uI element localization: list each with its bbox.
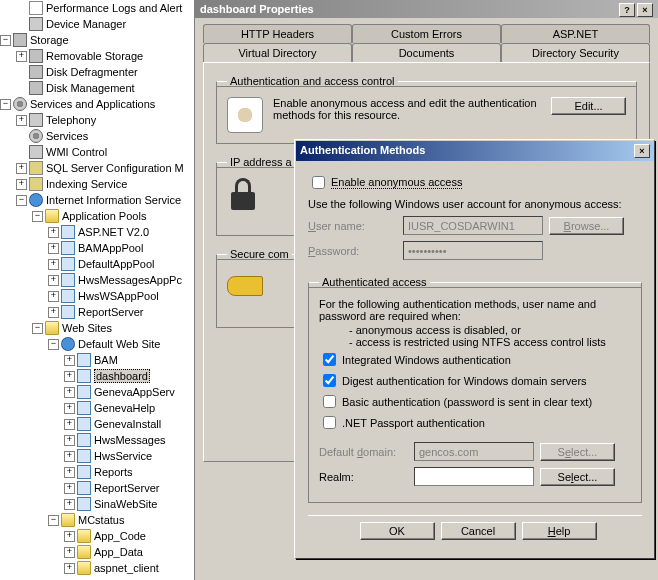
tree-item[interactable]: −Internet Information Service xyxy=(0,192,194,208)
tree-toggle-icon[interactable]: + xyxy=(48,291,59,302)
tree-toggle-icon[interactable]: + xyxy=(16,115,27,126)
tab-asp-net[interactable]: ASP.NET xyxy=(501,24,650,43)
integrated-windows-checkbox[interactable] xyxy=(323,353,336,366)
authenticated-access-legend: Authenticated access xyxy=(319,276,430,288)
tree-item[interactable]: WMI Control xyxy=(0,144,194,160)
tree-item[interactable]: +ASP.NET V2.0 xyxy=(0,224,194,240)
enable-anonymous-checkbox[interactable] xyxy=(312,176,325,189)
tree-item[interactable]: +BAMAppPool xyxy=(0,240,194,256)
tree-toggle-icon[interactable]: + xyxy=(16,51,27,62)
tree-toggle-icon[interactable]: + xyxy=(64,419,75,430)
tree-toggle-icon[interactable]: + xyxy=(64,467,75,478)
mmc-tree[interactable]: Performance Logs and AlertDevice Manager… xyxy=(0,0,195,580)
cancel-button[interactable]: Cancel xyxy=(441,522,516,540)
tree-item[interactable]: +ReportServer xyxy=(0,480,194,496)
tree-item[interactable]: +GenevaInstall xyxy=(0,416,194,432)
tree-toggle-icon[interactable]: − xyxy=(32,323,43,334)
tree-toggle-icon[interactable]: + xyxy=(64,403,75,414)
tree-item[interactable]: −Services and Applications xyxy=(0,96,194,112)
tree-toggle-icon[interactable]: + xyxy=(64,355,75,366)
tree-item[interactable]: +Telephony xyxy=(0,112,194,128)
authentication-methods-dialog[interactable]: Authentication Methods × Enable anonymou… xyxy=(295,140,655,559)
ok-button[interactable]: OK xyxy=(360,522,435,540)
tree-item[interactable]: +SinaWebSite xyxy=(0,496,194,512)
close-icon[interactable]: × xyxy=(634,144,650,158)
tree-item[interactable]: −MCstatus xyxy=(0,512,194,528)
tab-directory-security[interactable]: Directory Security xyxy=(501,43,650,62)
tree-item[interactable]: +GenevaHelp xyxy=(0,400,194,416)
help-icon[interactable]: ? xyxy=(619,3,635,17)
tree-item-label: MCstatus xyxy=(78,514,124,526)
select-realm-button[interactable]: Select... xyxy=(540,468,615,486)
tree-item[interactable]: Disk Defragmenter xyxy=(0,64,194,80)
tree-toggle-icon[interactable]: + xyxy=(48,307,59,318)
tree-item[interactable]: +App_Code xyxy=(0,528,194,544)
tree-toggle-icon[interactable]: − xyxy=(0,35,11,46)
tree-item[interactable]: Services xyxy=(0,128,194,144)
tree-item[interactable]: +HwsMessages xyxy=(0,432,194,448)
realm-field[interactable] xyxy=(414,467,534,486)
tree-toggle-icon[interactable]: + xyxy=(64,531,75,542)
authenticated-access-group: Authenticated access For the following a… xyxy=(308,276,642,503)
tree-item[interactable]: +DefaultAppPool xyxy=(0,256,194,272)
tree-toggle-icon[interactable]: − xyxy=(16,195,27,206)
tree-toggle-icon[interactable]: + xyxy=(64,435,75,446)
tree-toggle-icon[interactable]: − xyxy=(48,515,59,526)
tree-toggle-icon[interactable]: + xyxy=(48,227,59,238)
tree-item[interactable]: +GenevaAppServ xyxy=(0,384,194,400)
close-icon[interactable]: × xyxy=(637,3,653,17)
tree-toggle-icon[interactable]: + xyxy=(16,179,27,190)
tree-toggle-icon[interactable]: + xyxy=(64,499,75,510)
tree-toggle-icon[interactable]: + xyxy=(64,387,75,398)
tab-http-headers[interactable]: HTTP Headers xyxy=(203,24,352,43)
disk-icon xyxy=(29,65,43,79)
edit-button[interactable]: Edit... xyxy=(551,97,626,115)
tree-item[interactable]: +SQL Server Configuration M xyxy=(0,160,194,176)
tree-toggle-icon[interactable]: + xyxy=(64,563,75,574)
tree-item[interactable]: −Web Sites xyxy=(0,320,194,336)
tree-toggle-icon[interactable]: + xyxy=(48,259,59,270)
tree-item[interactable]: Disk Management xyxy=(0,80,194,96)
tree-item[interactable]: +Removable Storage xyxy=(0,48,194,64)
tree-toggle-icon[interactable]: + xyxy=(16,163,27,174)
tree-item[interactable]: +HwsMessagesAppPc xyxy=(0,272,194,288)
tree-toggle-icon[interactable]: + xyxy=(64,483,75,494)
tree-item-label: Default Web Site xyxy=(78,338,160,350)
help-button[interactable]: Help xyxy=(522,522,597,540)
tree-item-label: Reports xyxy=(94,466,133,478)
tab-virtual-directory[interactable]: Virtual Directory xyxy=(203,43,352,62)
tab-custom-errors[interactable]: Custom Errors xyxy=(352,24,501,43)
tree-item[interactable]: Device Manager xyxy=(0,16,194,32)
tree-toggle-icon[interactable]: + xyxy=(48,243,59,254)
auth-access-legend: Authentication and access control xyxy=(227,75,398,87)
tree-item[interactable]: +dashboard xyxy=(0,368,194,384)
tree-item[interactable]: −Default Web Site xyxy=(0,336,194,352)
tree-item[interactable]: +BAM xyxy=(0,352,194,368)
tree-item[interactable]: −Application Pools xyxy=(0,208,194,224)
tree-toggle-icon[interactable]: + xyxy=(64,547,75,558)
tree-item[interactable]: +Indexing Service xyxy=(0,176,194,192)
auth-required-text: For the following authentication methods… xyxy=(319,298,631,322)
tree-toggle-icon[interactable]: − xyxy=(48,339,59,350)
tree-item[interactable]: +HwsService xyxy=(0,448,194,464)
tree-item[interactable]: −Storage xyxy=(0,32,194,48)
tab-documents[interactable]: Documents xyxy=(352,43,501,62)
digest-auth-checkbox[interactable] xyxy=(323,374,336,387)
tree-item[interactable]: +ReportServer xyxy=(0,304,194,320)
tree-item[interactable]: +App_Data xyxy=(0,544,194,560)
tree-toggle-icon[interactable]: + xyxy=(64,451,75,462)
tree-item-label: App_Data xyxy=(94,546,143,558)
tree-item[interactable]: Performance Logs and Alert xyxy=(0,0,194,16)
tree-toggle-icon[interactable]: + xyxy=(48,275,59,286)
tree-toggle-icon[interactable]: − xyxy=(0,99,11,110)
auth-dialog-titlebar[interactable]: Authentication Methods × xyxy=(296,141,654,161)
net-passport-checkbox[interactable] xyxy=(323,416,336,429)
tree-item[interactable]: +aspnet_client xyxy=(0,560,194,576)
basic-auth-checkbox[interactable] xyxy=(323,395,336,408)
tree-item-label: HwsMessagesAppPc xyxy=(78,274,182,286)
tree-toggle-icon[interactable]: − xyxy=(32,211,43,222)
app-icon xyxy=(61,305,75,319)
tree-item[interactable]: +HwsWSAppPool xyxy=(0,288,194,304)
tree-item[interactable]: +Reports xyxy=(0,464,194,480)
tree-toggle-icon[interactable]: + xyxy=(64,371,75,382)
